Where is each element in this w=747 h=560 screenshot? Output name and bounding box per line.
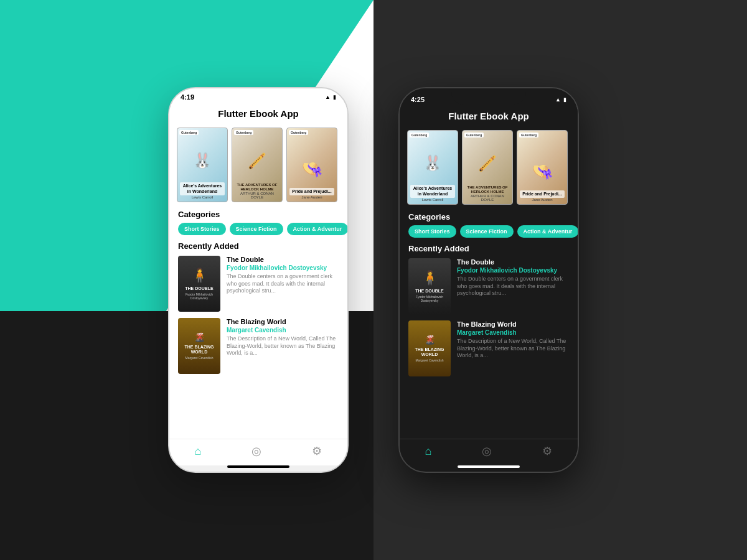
categories-row-light: Short Stories Science Fiction Action & A… xyxy=(178,223,339,235)
book-item-double-dark[interactable]: 🧍 THE DOUBLE Fyodor Mikhailovich Dostoye… xyxy=(408,258,569,314)
book-item-blazing-dark[interactable]: 🌋 THE BLAZING WORLD Margaret Cavendish T… xyxy=(408,320,569,376)
category-action-dark[interactable]: Action & Adventur xyxy=(517,225,578,238)
categories-title-dark: Categories xyxy=(408,212,569,222)
app-title-dark: Flutter Ebook App xyxy=(410,111,568,121)
book-item-blazing-light[interactable]: 🌋 THE BLAZING WORLD Margaret Cavendish T… xyxy=(178,318,339,374)
notch-dark xyxy=(451,88,526,105)
battery-icon-dark: ▮ xyxy=(563,96,566,103)
pride-title: Pride and Prejudi... xyxy=(289,188,334,195)
app-title-light: Flutter Ebook App xyxy=(179,108,337,119)
wifi-icon: ▲ xyxy=(325,94,331,100)
pub-badge-holmes: Gutenberg xyxy=(234,130,253,135)
screen-light: Flutter Ebook App Gutenberg 🐰 Alice's Ad… xyxy=(169,103,347,439)
holmes-brand-dark: THE ADVENTURES OFHERLOCK HOLME xyxy=(467,185,508,194)
blazing-author-dark: Margaret Cavendish xyxy=(457,329,569,336)
app-header-light: Flutter Ebook App xyxy=(169,103,347,124)
alice-title-dark: Alice's Adventures in Wonderland xyxy=(410,185,455,198)
book-alice-light[interactable]: Gutenberg 🐰 Alice's Adventures in Wonder… xyxy=(177,128,228,202)
double-name-light: The Double xyxy=(227,256,339,263)
double-desc-dark: The Double centers on a government clerk… xyxy=(457,276,569,297)
holmes-brand: THE ADVENTURES OFHERLOCK HOLME xyxy=(237,183,278,192)
alice-title: Alice's Adventures in Wonderland xyxy=(180,182,225,195)
pride-art-dark: 👒 xyxy=(520,153,565,190)
double-desc-light: The Double centers on a government clerk… xyxy=(227,273,339,295)
screen-dark: Flutter Ebook App Gutenberg 🐰 Alice's Ad… xyxy=(400,106,578,439)
category-short-stories-light[interactable]: Short Stories xyxy=(178,223,226,235)
book-info-blazing-dark: The Blazing World Margaret Cavendish The… xyxy=(457,320,569,376)
pride-art: 👒 xyxy=(289,151,334,188)
categories-row-dark: Short Stories Science Fiction Action & A… xyxy=(408,225,569,238)
blazing-landscape-dark: 🌋 xyxy=(425,335,435,345)
double-name-dark: The Double xyxy=(457,258,569,266)
holmes-author: ARTHUR & CONAN DOYLE xyxy=(235,192,280,199)
book-pride-dark[interactable]: Gutenberg 👒 Pride and Prejudi... Jane Au… xyxy=(517,130,568,205)
recently-title-light: Recently Added xyxy=(178,241,339,251)
home-nav-light[interactable]: ⌂ xyxy=(195,445,202,458)
blazing-thumb-author-dark: Margaret Cavendish xyxy=(415,358,443,362)
blazing-author-light: Margaret Cavendish xyxy=(227,327,339,334)
blazing-thumb-title: THE BLAZING WORLD xyxy=(178,343,220,355)
blazing-landscape: 🌋 xyxy=(194,332,205,342)
double-thumb-author: Fyodor Mikhailovich Dostoyevsky xyxy=(178,292,220,300)
home-indicator-dark xyxy=(458,465,520,468)
status-bar-light: 4:19 ▲ ▮ xyxy=(169,88,347,103)
app-header-dark: Flutter Ebook App xyxy=(400,106,578,126)
status-time-dark: 4:25 xyxy=(411,96,425,103)
double-author-dark: Fyodor Mikhailovich Dostoyevsky xyxy=(457,267,569,274)
alice-art-dark: 🐰 xyxy=(410,141,455,185)
pub-badge-holmes-dark: Gutenberg xyxy=(464,133,484,138)
status-icons-light: ▲ ▮ xyxy=(325,94,336,100)
categories-section-dark: Categories Short Stories Science Fiction… xyxy=(400,208,578,240)
books-carousel-light[interactable]: Gutenberg 🐰 Alice's Adventures in Wonder… xyxy=(169,124,347,206)
blazing-name-light: The Blazing World xyxy=(227,318,339,325)
home-indicator-light xyxy=(227,465,289,468)
holmes-art: 🪈 xyxy=(235,139,280,183)
double-figure-dark: 🧍 xyxy=(421,270,438,286)
double-figure: 🧍 xyxy=(191,268,208,284)
phone-dark: 4:25 ▲ ▮ Flutter Ebook App Gutenberg 🐰 A… xyxy=(398,87,579,473)
holmes-author-dark: ARTHUR & CONAN DOYLE xyxy=(465,194,510,202)
category-action-light[interactable]: Action & Adventur xyxy=(287,223,347,235)
pub-badge-alice: Gutenberg xyxy=(179,130,199,135)
blazing-desc-dark: The Description of a New World, Called T… xyxy=(457,338,569,360)
home-nav-dark[interactable]: ⌂ xyxy=(425,445,432,458)
status-time-light: 4:19 xyxy=(181,93,194,101)
book-info-double-light: The Double Fyodor Mikhailovich Dostoyevs… xyxy=(227,256,339,312)
bottom-nav-light: ⌂ ◎ ⚙ xyxy=(169,439,347,465)
double-author-light: Fyodor Mikhailovich Dostoyevsky xyxy=(227,264,339,271)
book-info-blazing-light: The Blazing World Margaret Cavendish The… xyxy=(227,318,339,374)
alice-art: 🐰 xyxy=(180,139,225,182)
double-thumb-title: THE DOUBLE xyxy=(184,285,215,292)
recently-section-light: Recently Added 🧍 THE DOUBLE Fyodor Mikha… xyxy=(169,238,347,439)
category-sci-fi-light[interactable]: Science Fiction xyxy=(230,223,283,235)
book-thumb-blazing-dark: 🌋 THE BLAZING WORLD Margaret Cavendish xyxy=(408,320,451,376)
explore-nav-light[interactable]: ◎ xyxy=(251,444,261,458)
battery-icon: ▮ xyxy=(333,94,336,100)
book-thumb-double-dark: 🧍 THE DOUBLE Fyodor Mikhailovich Dostoye… xyxy=(408,258,451,314)
book-info-double-dark: The Double Fyodor Mikhailovich Dostoyevs… xyxy=(457,258,569,314)
categories-section-light: Categories Short Stories Science Fiction… xyxy=(169,206,347,238)
recently-section-dark: Recently Added 🧍 THE DOUBLE Fyodor Mikha… xyxy=(400,240,578,439)
book-holmes-dark[interactable]: Gutenberg 🪈 THE ADVENTURES OFHERLOCK HOL… xyxy=(462,130,513,205)
settings-nav-light[interactable]: ⚙ xyxy=(312,444,322,458)
book-alice-dark[interactable]: Gutenberg 🐰 Alice's Adventures in Wonder… xyxy=(407,130,458,205)
pub-badge-pride-dark: Gutenberg xyxy=(519,133,538,138)
blazing-desc-light: The Description of a New World, Called T… xyxy=(227,335,339,357)
books-carousel-dark[interactable]: Gutenberg 🐰 Alice's Adventures in Wonder… xyxy=(400,126,578,208)
categories-title-light: Categories xyxy=(178,210,339,219)
book-holmes-light[interactable]: Gutenberg 🪈 THE ADVENTURES OFHERLOCK HOL… xyxy=(232,128,283,202)
recently-title-dark: Recently Added xyxy=(408,244,569,253)
blazing-thumb-author: Margaret Cavendish xyxy=(185,356,213,360)
wifi-icon-dark: ▲ xyxy=(555,96,561,103)
explore-nav-dark[interactable]: ◎ xyxy=(482,444,492,458)
double-thumb-author-dark: Fyodor Mikhailovich Dostoyevsky xyxy=(408,295,451,302)
category-sci-fi-dark[interactable]: Science Fiction xyxy=(460,225,514,238)
holmes-art-dark: 🪈 xyxy=(465,142,510,185)
pride-author: Jane Austen xyxy=(301,195,322,199)
book-pride-light[interactable]: Gutenberg 👒 Pride and Prejudi... Jane Au… xyxy=(286,128,337,202)
category-short-stories-dark[interactable]: Short Stories xyxy=(408,225,456,238)
bottom-nav-dark: ⌂ ◎ ⚙ xyxy=(400,439,578,465)
book-item-double-light[interactable]: 🧍 THE DOUBLE Fyodor Mikhailovich Dostoye… xyxy=(178,256,339,312)
settings-nav-dark[interactable]: ⚙ xyxy=(542,444,552,458)
blazing-name-dark: The Blazing World xyxy=(457,320,569,328)
